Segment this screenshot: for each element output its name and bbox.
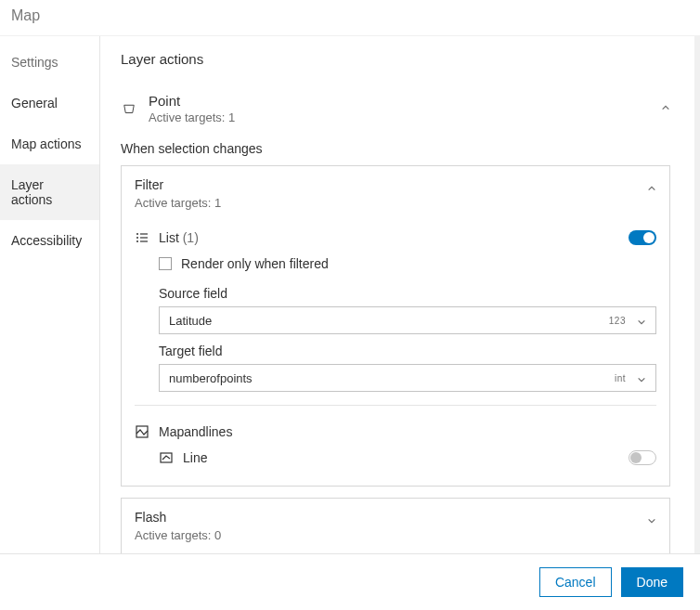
chevron-up-icon bbox=[647, 181, 656, 190]
render-only-row: Render only when filtered bbox=[159, 251, 656, 277]
filter-subtitle: Active targets: 1 bbox=[135, 196, 656, 210]
filter-card-header[interactable]: Filter Active targets: 1 bbox=[122, 166, 669, 221]
filter-card: Filter Active targets: 1 List (1) bbox=[121, 165, 670, 487]
cancel-button[interactable]: Cancel bbox=[539, 567, 612, 597]
section-label: When selection changes bbox=[121, 141, 670, 156]
line-toggle[interactable] bbox=[629, 450, 656, 465]
svg-rect-7 bbox=[161, 453, 172, 462]
list-toggle[interactable] bbox=[629, 230, 656, 245]
svg-point-4 bbox=[136, 240, 138, 242]
main-title: Layer actions bbox=[121, 51, 670, 67]
source-field-select[interactable]: Latitude 123 bbox=[159, 306, 656, 334]
layer-header[interactable]: Point Active targets: 1 bbox=[121, 93, 670, 124]
line-target-row: Line bbox=[159, 445, 656, 471]
line-layer-icon bbox=[159, 450, 174, 465]
chevron-down-icon bbox=[647, 513, 656, 523]
sidebar-item-layer-actions[interactable]: Layer actions bbox=[0, 164, 99, 220]
line-label: Line bbox=[183, 450, 207, 465]
map-icon bbox=[135, 424, 149, 439]
footer: Cancel Done bbox=[0, 553, 700, 610]
layer-subtitle: Active targets: 1 bbox=[149, 110, 235, 124]
source-field-type: 123 bbox=[609, 316, 626, 326]
sidebar: Settings General Map actions Layer actio… bbox=[0, 36, 100, 556]
target-field-value: numberofpoints bbox=[169, 371, 253, 385]
filter-title: Filter bbox=[135, 177, 656, 192]
done-button[interactable]: Done bbox=[621, 567, 683, 597]
source-field-label: Source field bbox=[159, 286, 656, 301]
chevron-up-icon bbox=[661, 100, 670, 110]
sidebar-item-map-actions[interactable]: Map actions bbox=[0, 123, 99, 164]
flash-subtitle: Active targets: 0 bbox=[135, 528, 656, 542]
render-only-label: Render only when filtered bbox=[181, 256, 329, 271]
target-field-type: int bbox=[615, 373, 626, 383]
divider bbox=[135, 405, 656, 406]
target-field-label: Target field bbox=[159, 344, 656, 358]
list-icon bbox=[135, 230, 149, 245]
chevron-down-icon bbox=[637, 373, 646, 383]
layer-title: Point bbox=[149, 93, 235, 109]
sidebar-item-general[interactable]: General bbox=[0, 83, 99, 123]
mapandlines-label: Mapandlines bbox=[159, 424, 232, 439]
polygon-icon bbox=[121, 100, 137, 117]
list-target-row: List (1) bbox=[135, 225, 656, 251]
sidebar-label-settings: Settings bbox=[0, 42, 99, 83]
flash-card: Flash Active targets: 0 bbox=[121, 498, 670, 554]
svg-point-0 bbox=[136, 233, 138, 235]
chevron-down-icon bbox=[637, 316, 646, 325]
page-title: Map bbox=[11, 7, 40, 23]
list-label: List (1) bbox=[159, 230, 199, 245]
main-panel: Layer actions Point Active targets: 1 Wh… bbox=[100, 36, 700, 556]
target-field-select[interactable]: numberofpoints int bbox=[159, 364, 656, 392]
sidebar-item-accessibility[interactable]: Accessibility bbox=[0, 220, 99, 261]
page-header: Map bbox=[0, 0, 700, 36]
flash-card-header[interactable]: Flash Active targets: 0 bbox=[122, 499, 669, 553]
render-only-checkbox[interactable] bbox=[159, 257, 172, 270]
mapandlines-row: Mapandlines bbox=[135, 419, 656, 445]
svg-point-2 bbox=[136, 237, 138, 239]
source-field-value: Latitude bbox=[169, 314, 212, 328]
flash-title: Flash bbox=[135, 510, 656, 525]
